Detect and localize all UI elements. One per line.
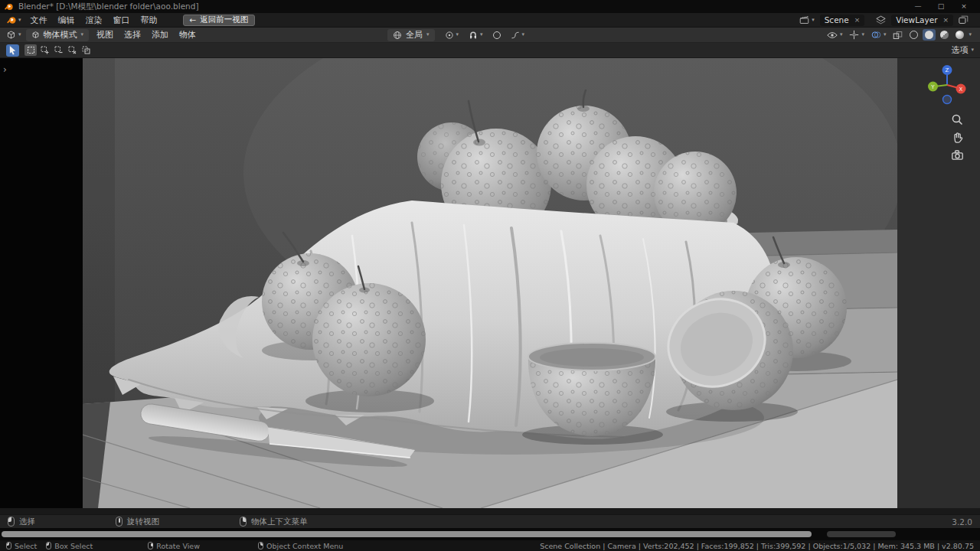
bb-hint-context-menu: Object Context Menu bbox=[258, 542, 343, 550]
bb-box-select-label: Box Select bbox=[54, 542, 93, 550]
menu-help[interactable]: 帮助 bbox=[136, 13, 163, 28]
hint-select: 选择 bbox=[8, 517, 35, 527]
svg-text:Z: Z bbox=[946, 67, 949, 73]
globe-icon bbox=[393, 31, 402, 40]
horizontal-scrollbar[interactable] bbox=[2, 531, 812, 537]
blender-version: 3.2.0 bbox=[952, 517, 972, 527]
pivot-icon bbox=[445, 31, 454, 40]
object-visibility-dropdown[interactable]: ▾ bbox=[825, 31, 845, 40]
mouse-right-icon bbox=[240, 517, 247, 527]
select-mode-subtract-button[interactable] bbox=[52, 44, 64, 56]
remove-view-layer-icon[interactable]: × bbox=[942, 16, 949, 24]
close-button[interactable]: × bbox=[952, 0, 975, 13]
hint-rotate-label: 旋转视图 bbox=[127, 517, 159, 527]
shading-dropdown[interactable]: ▾ bbox=[969, 32, 972, 37]
new-view-layer-button[interactable] bbox=[956, 15, 971, 24]
menu-add[interactable]: 添加 bbox=[146, 28, 174, 42]
select-mode-intersect-button[interactable] bbox=[80, 44, 92, 56]
chevron-down-icon: ▾ bbox=[480, 32, 483, 37]
view-layer-icon-button[interactable] bbox=[874, 15, 888, 24]
scrollbar-segment[interactable] bbox=[827, 531, 896, 537]
eye-icon bbox=[827, 31, 838, 40]
scene-name: Scene bbox=[825, 15, 849, 24]
snap-toggle[interactable]: ▾ bbox=[466, 31, 485, 40]
select-mode-invert-button[interactable] bbox=[66, 44, 78, 56]
pan-hand-icon[interactable] bbox=[951, 131, 964, 144]
mode-dropdown[interactable]: 物体模式 ▾ bbox=[26, 29, 90, 41]
select-mode-extend-button[interactable] bbox=[38, 44, 51, 56]
shading-wireframe-button[interactable] bbox=[907, 29, 920, 41]
viewport-3d[interactable]: › Z X Y bbox=[0, 58, 980, 514]
chevron-down-icon: ▾ bbox=[840, 32, 843, 37]
browse-scene-button[interactable]: ▾ bbox=[797, 15, 817, 24]
xray-icon bbox=[893, 31, 903, 40]
viewport-bottom-gap bbox=[0, 508, 980, 514]
view-layer-name: ViewLayer bbox=[896, 15, 937, 24]
menu-object[interactable]: 物体 bbox=[174, 28, 201, 42]
scroll-strip bbox=[0, 528, 980, 540]
maximize-button[interactable]: □ bbox=[929, 0, 952, 13]
options-label[interactable]: 选项 bbox=[951, 44, 968, 56]
camera-view-icon[interactable] bbox=[951, 148, 964, 161]
viewport-render[interactable] bbox=[83, 58, 897, 508]
view-layer-selector[interactable]: ViewLayer × bbox=[891, 15, 953, 26]
chevron-down-icon: ▾ bbox=[18, 32, 21, 37]
select-mode-new-button[interactable] bbox=[24, 44, 37, 56]
menu-select[interactable]: 选择 bbox=[119, 28, 146, 42]
blender-window: Blender* [D:\M模型\blender folder\aoo.blen… bbox=[0, 0, 980, 551]
navigation-gizmo[interactable]: Z X Y bbox=[925, 63, 969, 107]
topbar: ▾ 文件 编辑 渲染 窗口 帮助 ← 返回前一视图 ▾ Scene × View… bbox=[0, 13, 980, 28]
gizmos-dropdown[interactable]: ▾ bbox=[847, 30, 867, 40]
chevron-down-icon: ▾ bbox=[812, 18, 815, 23]
toolbar-flyout-toggle[interactable]: › bbox=[3, 64, 7, 75]
bb-context-label: Object Context Menu bbox=[266, 542, 343, 550]
title-bar: Blender* [D:\M模型\blender folder\aoo.blen… bbox=[0, 0, 980, 13]
menu-file[interactable]: 文件 bbox=[25, 13, 53, 28]
chevron-down-icon: ▾ bbox=[18, 18, 21, 23]
transform-orientation-dropdown[interactable]: 全局 ▾ bbox=[387, 29, 435, 41]
bb-hint-rotate-view: Rotate View bbox=[148, 542, 200, 550]
editor-type-button[interactable]: ▾ bbox=[4, 30, 24, 40]
chevron-down-icon: ▾ bbox=[971, 47, 974, 53]
bb-hint-box-select: Box Select bbox=[46, 542, 93, 550]
blender-menu-button[interactable]: ▾ bbox=[3, 15, 25, 25]
overlays-dropdown[interactable]: ▾ bbox=[869, 30, 889, 40]
zoom-icon[interactable] bbox=[951, 113, 964, 126]
shading-solid-button[interactable] bbox=[923, 29, 936, 41]
shading-material-button[interactable] bbox=[938, 29, 951, 41]
menu-window[interactable]: 窗口 bbox=[108, 13, 136, 28]
unlink-scene-icon[interactable]: × bbox=[854, 16, 861, 24]
cursor-icon bbox=[8, 45, 17, 55]
hint-rotate-view: 旋转视图 bbox=[116, 517, 159, 527]
proportional-circle-icon bbox=[493, 31, 501, 39]
bb-rotate-label: Rotate View bbox=[156, 542, 200, 550]
chevron-down-icon: ▾ bbox=[861, 32, 864, 37]
chevron-down-icon: ▾ bbox=[81, 32, 84, 37]
blender-logo-icon bbox=[7, 15, 17, 25]
svg-text:X: X bbox=[959, 86, 963, 93]
pivot-point-dropdown[interactable]: ▾ bbox=[443, 31, 462, 40]
mouse-middle-icon bbox=[116, 517, 122, 527]
scene-selector[interactable]: Scene × bbox=[820, 15, 865, 26]
menu-render[interactable]: 渲染 bbox=[80, 13, 108, 28]
chevron-down-icon: ▾ bbox=[426, 32, 430, 37]
shading-rendered-button[interactable] bbox=[953, 29, 966, 41]
proportional-editing-toggle[interactable] bbox=[491, 31, 503, 39]
magnet-icon bbox=[469, 31, 478, 40]
back-to-previous-view-button[interactable]: ← 返回前一视图 bbox=[183, 15, 256, 26]
active-tool-select-box-button[interactable] bbox=[6, 44, 19, 57]
chevron-down-icon: ▾ bbox=[522, 32, 525, 37]
solid-shading-icon bbox=[925, 31, 933, 39]
falloff-curve-icon bbox=[511, 31, 520, 40]
proportional-falloff-dropdown[interactable]: ▾ bbox=[508, 31, 528, 40]
menu-view[interactable]: 视图 bbox=[91, 28, 119, 42]
apple-half-left[interactable] bbox=[522, 343, 663, 445]
menu-edit[interactable]: 编辑 bbox=[53, 13, 80, 28]
gizmo-icon bbox=[849, 30, 859, 40]
mouse-left-icon bbox=[8, 517, 15, 527]
orientation-label: 全局 bbox=[406, 29, 423, 41]
xray-toggle[interactable] bbox=[890, 31, 905, 40]
chevron-down-icon: ▾ bbox=[456, 32, 459, 37]
minimize-button[interactable]: — bbox=[906, 0, 929, 13]
bottom-status-bar: Select Box Select Rotate View Object Con… bbox=[0, 540, 980, 551]
